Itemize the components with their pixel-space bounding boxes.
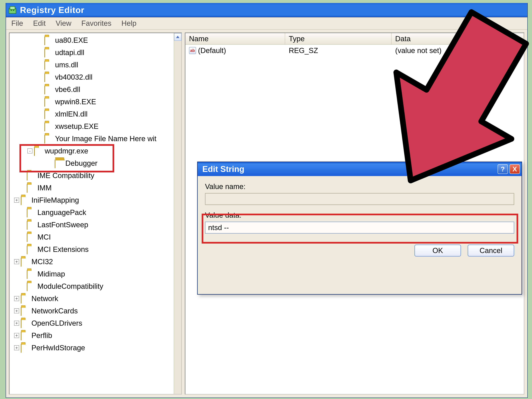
tree-item-label: IniFileMapping xyxy=(32,196,79,204)
menu-help[interactable]: Help xyxy=(119,18,139,28)
tree-item[interactable]: -wupdmgr.exe xyxy=(9,145,181,157)
window-title: Registry Editor xyxy=(20,5,84,15)
expander-icon[interactable]: + xyxy=(14,321,19,326)
folder-closed-icon xyxy=(44,49,53,56)
expander-icon[interactable]: + xyxy=(14,308,19,313)
tree-item[interactable]: IMM xyxy=(9,182,181,194)
titlebar[interactable]: Registry Editor xyxy=(6,3,527,17)
regedit-icon xyxy=(8,6,17,14)
expander-icon xyxy=(20,222,25,227)
folder-closed-icon xyxy=(34,147,43,154)
ok-button[interactable]: OK xyxy=(414,245,461,257)
tree-item-label: wupdmgr.exe xyxy=(45,147,88,155)
string-value-icon: ab xyxy=(189,47,196,54)
tree-item-label: Debugger xyxy=(65,159,97,167)
expander-icon xyxy=(38,50,43,55)
tree-item[interactable]: MCI Extensions xyxy=(9,243,181,255)
folder-closed-icon xyxy=(27,172,35,179)
svg-rect-3 xyxy=(13,9,14,11)
tree-item-label: Your Image File Name Here wit xyxy=(55,134,156,143)
value-name-input[interactable] xyxy=(205,193,514,205)
tree-item[interactable]: ua80.EXE xyxy=(9,34,181,46)
tree-item[interactable]: IME Compatibility xyxy=(9,169,181,182)
menu-file[interactable]: File xyxy=(9,18,25,28)
help-button[interactable]: ? xyxy=(498,164,508,174)
scroll-up-button[interactable] xyxy=(174,33,181,41)
folder-closed-icon xyxy=(44,86,53,93)
folder-closed-icon xyxy=(21,295,29,302)
tree-item-label: IME Compatibility xyxy=(38,171,94,180)
tree-item[interactable]: +MCI32 xyxy=(9,255,181,268)
tree-item[interactable]: ModuleCompatibility xyxy=(9,280,181,292)
svg-rect-1 xyxy=(10,6,15,9)
tree-item[interactable]: Your Image File Name Here wit xyxy=(9,133,181,145)
folder-closed-icon xyxy=(27,271,35,278)
tree-item[interactable]: ums.dll xyxy=(9,59,181,71)
expander-icon[interactable]: - xyxy=(27,148,32,153)
tree-item[interactable]: +IniFileMapping xyxy=(9,194,181,206)
expander-icon xyxy=(20,272,25,277)
menu-edit[interactable]: Edit xyxy=(31,18,48,28)
cancel-button[interactable]: Cancel xyxy=(468,245,514,257)
tree-item[interactable]: LanguagePack xyxy=(9,206,181,219)
expander-icon[interactable]: + xyxy=(14,296,19,301)
tree-item-label: IMM xyxy=(38,184,52,192)
tree-item-label: PerHwIdStorage xyxy=(32,344,85,352)
menubar: File Edit View Favorites Help xyxy=(6,17,527,30)
tree-item[interactable]: +Perflib xyxy=(9,329,181,342)
tree-item[interactable]: vb40032.dll xyxy=(9,71,181,83)
value-data-cell: (value not set) xyxy=(392,45,524,56)
tree-item[interactable]: xlmlEN.dll xyxy=(9,108,181,120)
tree-item-label: OpenGLDrivers xyxy=(32,319,82,327)
value-data-input[interactable] xyxy=(205,222,514,234)
value-name-label: Value name: xyxy=(205,182,514,191)
value-data-label: Value data: xyxy=(205,211,514,219)
list-row[interactable]: ab (Default) REG_SZ (value not set) xyxy=(185,45,524,56)
tree-item-label: Perflib xyxy=(32,331,52,340)
tree-item-label: NetworkCards xyxy=(32,307,78,315)
tree-item[interactable]: wpwin8.EXE xyxy=(9,95,181,108)
col-header-data[interactable]: Data xyxy=(392,33,524,44)
tree-item[interactable]: udtapi.dll xyxy=(9,46,181,59)
tree-item[interactable]: vbe6.dll xyxy=(9,83,181,95)
expander-icon[interactable]: + xyxy=(14,345,19,350)
tree-item[interactable]: Midimap xyxy=(9,268,181,280)
tree-item[interactable]: +Network xyxy=(9,292,181,305)
tree-item[interactable]: Debugger xyxy=(9,157,181,169)
expander-icon xyxy=(38,62,43,67)
menu-favorites[interactable]: Favorites xyxy=(79,18,113,28)
close-icon: X xyxy=(513,165,517,173)
folder-closed-icon xyxy=(21,197,29,204)
expander-icon xyxy=(38,87,43,92)
expander-icon xyxy=(20,173,25,178)
expander-icon xyxy=(38,112,43,117)
tree-item-label: Midimap xyxy=(38,270,65,278)
tree-item[interactable]: LastFontSweep xyxy=(9,219,181,231)
tree-scrollbar[interactable] xyxy=(174,33,181,394)
expander-icon xyxy=(20,210,25,215)
tree-item-label: MCI32 xyxy=(32,258,53,266)
tree-item[interactable]: +PerHwIdStorage xyxy=(9,342,181,354)
folder-closed-icon xyxy=(21,320,29,327)
tree-item[interactable]: xwsetup.EXE xyxy=(9,120,181,133)
tree-item[interactable]: MCI xyxy=(9,231,181,243)
folder-closed-icon xyxy=(21,344,29,351)
tree-item[interactable]: +NetworkCards xyxy=(9,305,181,317)
tree-item-label: vbe6.dll xyxy=(55,85,80,94)
col-header-type[interactable]: Type xyxy=(285,33,392,44)
tree-item[interactable]: +OpenGLDrivers xyxy=(9,317,181,329)
dialog-titlebar[interactable]: Edit String ? X xyxy=(198,162,521,176)
menu-view[interactable]: View xyxy=(54,18,74,28)
col-header-name[interactable]: Name xyxy=(185,33,285,44)
tree-item-label: xwsetup.EXE xyxy=(55,122,99,131)
folder-closed-icon xyxy=(44,123,53,130)
registry-tree[interactable]: ua80.EXEudtapi.dllums.dllvb40032.dllvbe6… xyxy=(9,32,182,394)
folder-closed-icon xyxy=(27,221,35,228)
folder-closed-icon xyxy=(27,283,35,290)
expander-icon xyxy=(20,234,25,240)
expander-icon[interactable]: + xyxy=(14,259,19,264)
expander-icon[interactable]: + xyxy=(14,198,19,203)
expander-icon[interactable]: + xyxy=(14,333,19,338)
tree-item-label: vb40032.dll xyxy=(55,73,92,81)
close-button[interactable]: X xyxy=(510,164,520,174)
